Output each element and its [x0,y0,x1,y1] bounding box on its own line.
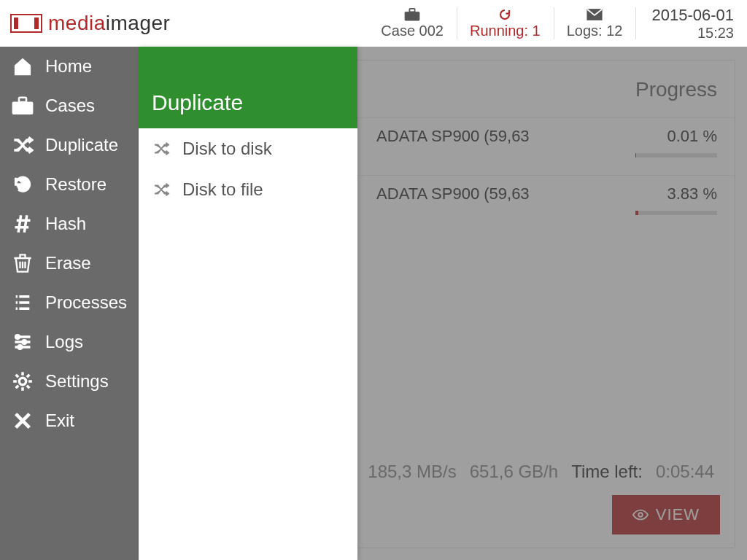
status-running[interactable]: Running: 1 [457,0,554,47]
status-date: 2015-06-01 [651,6,734,25]
sidebar-item-label: Cases [45,96,95,116]
progress-bar [635,211,717,215]
sidebar-item-erase[interactable]: Erase [0,244,139,283]
svg-point-9 [19,378,26,384]
logo-text-a: media [48,12,106,34]
sidebar-item-label: Exit [45,411,74,431]
duplicate-flyout: Duplicate Disk to disk Disk to file [139,47,357,560]
svg-rect-0 [405,12,419,20]
app-logo: mediaimager [0,0,170,47]
mail-icon [587,8,603,21]
speed-gbh: 651,6 GB/h [470,462,558,482]
sidebar-item-hash[interactable]: Hash [0,204,139,244]
status-logs-label: Logs: 12 [567,23,623,39]
sidebar-item-settings[interactable]: Settings [0,362,139,401]
svg-point-3 [638,513,643,517]
timeleft-label: Time left: [571,462,643,482]
status-logs[interactable]: Logs: 12 [554,0,636,47]
list-icon [10,292,35,314]
status-running-label: Running: 1 [470,23,541,39]
sidebar-item-label: Home [45,56,92,77]
status-time: 15:23 [697,25,734,42]
svg-rect-4 [12,102,33,114]
svg-point-8 [18,346,22,349]
hash-icon [10,213,35,235]
gear-icon [10,370,35,392]
shuffle-icon [152,141,171,157]
flyout-item-label: Disk to disk [182,139,272,159]
sidebar-item-label: Logs [45,332,83,352]
refresh-icon [497,8,513,21]
cell-progress: 0.01 % [592,118,735,176]
sidebar-item-label: Processes [45,292,127,313]
svg-rect-1 [410,8,415,12]
home-icon [10,55,35,77]
col-progress: Progress [592,61,735,118]
progress-text: 3.83 % [667,184,718,203]
briefcase-icon [10,95,35,117]
briefcase-icon [404,8,420,21]
undo-icon [10,174,35,195]
shuffle-icon [10,134,35,156]
close-icon [10,410,35,432]
topbar: mediaimager Case 002 Running: 1 Logs: 12… [0,0,747,47]
logo-text-b: imager [106,12,171,34]
progress-text: 0.01 % [667,127,718,145]
sidebar-item-processes[interactable]: Processes [0,283,139,322]
sidebar-item-restore[interactable]: Restore [0,165,139,204]
sidebar-item-label: Restore [45,174,107,195]
sidebar-item-exit[interactable]: Exit [0,401,139,440]
view-button[interactable]: VIEW [612,495,720,534]
cell-target: ADATA SP900 (59,63 [363,176,592,233]
sidebar: Home Cases Duplicate Restore Hash Erase … [0,47,139,560]
sidebar-item-label: Erase [45,253,91,273]
col-target [363,61,592,118]
cell-target: ADATA SP900 (59,63 [363,118,592,176]
status-datetime: 2015-06-01 15:23 [635,0,747,47]
progress-bar [635,153,717,158]
sidebar-item-label: Duplicate [45,135,118,155]
flyout-item-label: Disk to file [182,179,263,200]
sidebar-item-label: Hash [45,214,86,234]
flyout-title: Duplicate [139,47,357,128]
timeleft-value: 0:05:44 [656,462,714,482]
sidebar-item-logs[interactable]: Logs [0,322,139,362]
svg-point-7 [23,341,26,344]
eye-icon [632,508,649,521]
logo-mark-icon [10,14,42,33]
svg-point-6 [16,335,20,339]
view-button-label: VIEW [656,505,700,524]
logo-text: mediaimager [48,12,170,35]
svg-rect-5 [19,98,26,102]
sidebar-item-label: Settings [45,371,109,392]
status-group: Case 002 Running: 1 Logs: 12 2015-06-01 … [368,0,747,47]
status-case[interactable]: Case 002 [368,0,457,47]
flyout-item-disk-to-file[interactable]: Disk to file [139,169,357,210]
trash-icon [10,252,35,274]
cell-progress: 3.83 % [592,176,735,233]
workspace: Description Progress (Source 1) SAS ATA … [0,47,747,560]
sidebar-item-duplicate[interactable]: Duplicate [0,125,139,165]
shuffle-icon [152,182,171,198]
speed-mbs: 185,3 MB/s [368,462,456,482]
sliders-icon [10,331,35,353]
sidebar-item-home[interactable]: Home [0,47,139,86]
sidebar-item-cases[interactable]: Cases [0,86,139,125]
flyout-item-disk-to-disk[interactable]: Disk to disk [139,128,357,169]
status-case-label: Case 002 [381,23,444,39]
